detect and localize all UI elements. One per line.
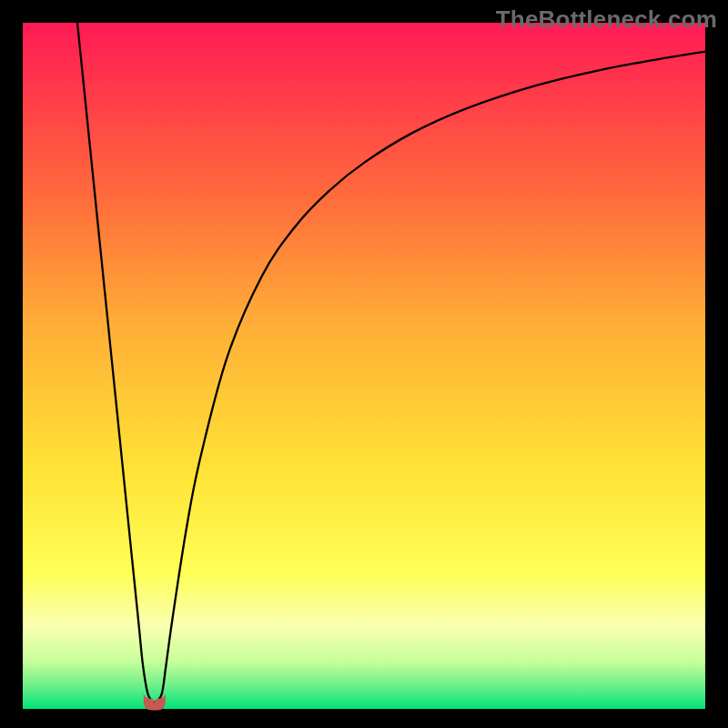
bottleneck-chart: [0, 0, 728, 728]
gradient-background: [23, 23, 705, 709]
watermark-text: TheBottleneck.com: [496, 5, 717, 34]
app-frame: TheBottleneck.com: [0, 0, 728, 728]
